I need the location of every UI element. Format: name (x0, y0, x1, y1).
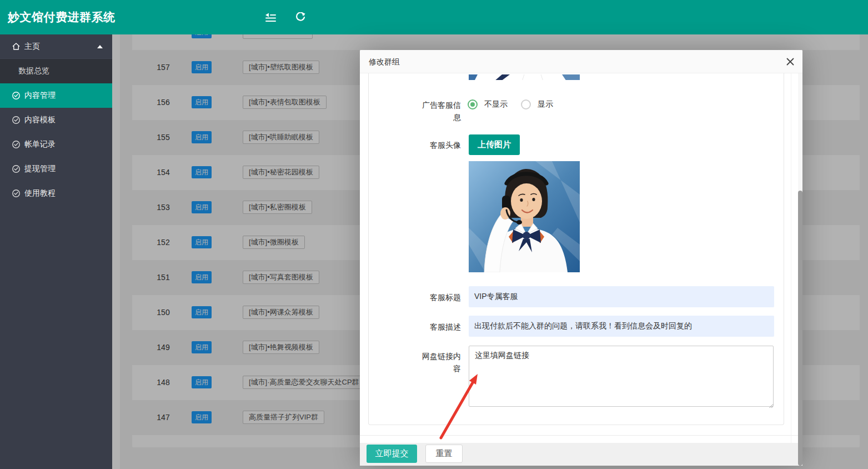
sidebar-item-home[interactable]: 主页 (0, 34, 112, 59)
submit-button[interactable]: 立即提交 (367, 445, 417, 463)
avatar-label: 客服头像 (417, 139, 461, 151)
app-root: 启用 157 启用 [城市]•壁纸取图模板 156 启用 [城市]•表情包取图模… (0, 0, 868, 469)
resize-handle-icon[interactable] (768, 401, 774, 406)
upload-image-button[interactable]: 上传图片 (469, 134, 520, 155)
service-desc-label: 客服描述 (417, 321, 461, 333)
sidebar-item-label: 内容模板 (24, 115, 56, 125)
reset-button[interactable]: 重置 (425, 445, 463, 463)
sidebar-item-label: 主页 (24, 42, 40, 52)
check-badge-icon (12, 189, 21, 198)
edit-group-modal: 修改群组 广告客服信息 不显示 显示 客服头像 上传图片 (360, 50, 802, 466)
sidebar-item-withdraw-manage[interactable]: 提现管理 (0, 157, 112, 181)
close-icon[interactable] (786, 57, 795, 66)
ad-service-radio-group: 不显示 显示 (468, 99, 553, 109)
panel-divider (791, 73, 791, 466)
service-title-input[interactable] (469, 286, 774, 307)
radio-show[interactable] (521, 99, 531, 109)
sidebar-item-label: 使用教程 (24, 188, 56, 198)
collapse-sidebar-icon[interactable] (265, 13, 278, 23)
sidebar-item-content-template[interactable]: 内容模板 (0, 108, 112, 132)
sidebar-item-label: 提现管理 (24, 164, 56, 174)
check-badge-icon (12, 116, 21, 124)
sidebar-item-label: 内容管理 (24, 91, 56, 101)
radio-show-label[interactable]: 显示 (538, 99, 553, 109)
netdisk-label: 网盘链接内容 (417, 350, 461, 375)
sidebar-item-label: 帐单记录 (24, 139, 56, 149)
chevron-up-icon (97, 45, 103, 48)
sidebar-nav: 主页 数据总览 内容管理 内容模板 帐单记录 (0, 34, 112, 469)
sidebar-item-label: 数据总览 (18, 66, 49, 76)
sidebar-item-billing-records[interactable]: 帐单记录 (0, 132, 112, 157)
ad-service-label: 广告客服信息 (417, 99, 461, 123)
netdisk-textarea[interactable]: 这里填网盘链接 (469, 346, 774, 407)
check-badge-icon (12, 91, 21, 100)
customer-service-agent-photo (469, 161, 580, 272)
modal-title: 修改群组 (360, 50, 802, 73)
app-title: 妙文馆付费进群系统 (8, 0, 116, 34)
scrolled-image-sliver (469, 73, 580, 80)
home-icon (12, 42, 21, 51)
refresh-icon[interactable] (295, 12, 308, 22)
top-header-bar: 妙文馆付费进群系统 (0, 0, 868, 34)
footer-divider (360, 435, 798, 436)
sidebar-item-data-overview[interactable]: 数据总览 (0, 59, 112, 83)
radio-hide-selected[interactable] (468, 99, 478, 109)
check-badge-icon (12, 164, 21, 173)
service-desc-input[interactable] (469, 316, 774, 337)
radio-hide-label[interactable]: 不显示 (484, 99, 508, 109)
service-title-label: 客服标题 (417, 291, 461, 303)
sidebar-item-content-manage[interactable]: 内容管理 (0, 83, 112, 108)
modal-scrollbar-thumb[interactable] (798, 191, 802, 466)
check-badge-icon (12, 140, 21, 149)
sidebar-item-tutorial[interactable]: 使用教程 (0, 181, 112, 206)
